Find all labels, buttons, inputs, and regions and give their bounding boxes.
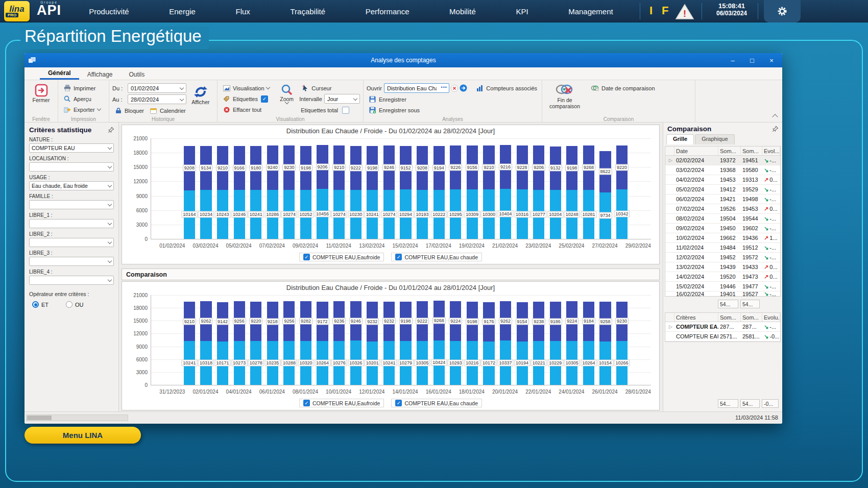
nav-item-kpi[interactable]: KPI	[516, 7, 528, 16]
afficher-button[interactable]: Afficher	[187, 84, 214, 116]
legend-checkbox[interactable]: ✓	[303, 254, 310, 260]
table-row[interactable]: 03/02/20241936819580↘-...	[665, 165, 780, 175]
pin-icon[interactable]	[773, 126, 778, 132]
criteria-select-libre_1[interactable]	[29, 219, 114, 228]
bar-label-froide: 10234	[198, 211, 214, 217]
nav-item-productivit[interactable]: Productivité	[89, 7, 129, 16]
legend-checkbox[interactable]: ✓	[395, 400, 402, 406]
etiquettes-toggle[interactable]: Etiquettes ✓	[221, 93, 274, 104]
table-row[interactable]: 12/02/20241945219572↘-...	[665, 253, 780, 262]
nav-item-energie[interactable]: Energie	[169, 7, 196, 16]
bar-label-chaude: 9156	[466, 164, 479, 171]
table-row[interactable]: 11/02/20241948419512↘-...	[665, 243, 780, 253]
ouvrir-clear-icon[interactable]	[451, 85, 458, 92]
criteria-select-nature[interactable]: COMPTEUR EAU	[29, 143, 114, 153]
table-row[interactable]: 13/02/20241943919433↗0...	[665, 262, 780, 272]
etiquettes-total-toggle[interactable]: Etiquettes total	[299, 105, 360, 115]
zoom-button[interactable]: Zoom	[276, 83, 297, 115]
ribbon-tab-général[interactable]: Général	[40, 67, 79, 80]
apercu-button[interactable]: Aperçu	[61, 93, 106, 104]
operator-radio-ou[interactable]: OU	[66, 301, 84, 308]
effacer-tout-button[interactable]: Effacer tout	[221, 104, 274, 115]
date-comparaison-button[interactable]: Date de comparaison	[589, 83, 657, 93]
table-row[interactable]: 15/02/20241944619477↘-...	[665, 282, 780, 291]
calendrier-button[interactable]: Calendrier	[148, 105, 187, 116]
table-row[interactable]: 16/02/20241940119527↘-...	[665, 291, 780, 296]
table-row[interactable]: 04/02/20241945319313↗0...	[665, 175, 780, 185]
exporter-button[interactable]: Exporter	[61, 104, 106, 115]
chart-plot[interactable]: 9208101649134102349210102439166102469180…	[151, 138, 651, 239]
criteria-select-localisation[interactable]	[29, 162, 114, 172]
curseur-button[interactable]: Curseur	[299, 83, 360, 93]
intervalle-select[interactable]: Jour	[324, 94, 360, 104]
date-au-select[interactable]: 28/02/2024	[128, 94, 186, 104]
nav-item-flux[interactable]: Flux	[236, 7, 250, 16]
indicator-i[interactable]: I	[649, 4, 653, 17]
criteria-select-libre_4[interactable]	[29, 276, 114, 285]
close-button[interactable]: ×	[762, 53, 781, 67]
etiquettes-checkbox[interactable]: ✓	[261, 95, 268, 103]
criteria-select-usage[interactable]: Eau chaude, Eau froide	[29, 181, 114, 190]
imprimer-button[interactable]: Imprimer	[61, 83, 106, 93]
ouvrir-select[interactable]: Distribution Eau Chau... •••	[384, 83, 449, 93]
table-row[interactable]: 05/02/20241941219529↘-...	[665, 185, 780, 194]
bar-label-chaude: 9240	[266, 164, 279, 171]
minimize-button[interactable]: –	[723, 53, 742, 67]
fin-comparaison-button[interactable]: Fin de comparaison	[545, 83, 584, 110]
comparison-tab-graphique[interactable]: Graphique	[695, 134, 734, 144]
settings-button[interactable]	[764, 0, 801, 22]
table-row[interactable]: 07/02/20241952619453↗0...	[665, 204, 780, 214]
warning-icon[interactable]: !	[675, 4, 695, 20]
legend-item[interactable]: ✓COMPTEUR EAU,Eaufroide	[299, 253, 384, 261]
legend-item[interactable]: ✓COMPTEUR EAU,Eau chaude	[391, 253, 482, 261]
nav-item-management[interactable]: Management	[568, 7, 613, 16]
nav-item-traabilit[interactable]: Traçabilité	[290, 7, 325, 16]
bloquer-button[interactable]: Bloquer	[112, 105, 146, 116]
fermer-button[interactable]: Fermer	[28, 83, 55, 104]
horizontal-scrollbar[interactable]	[26, 414, 128, 421]
etiquettes-total-checkbox[interactable]	[342, 107, 349, 114]
maximize-button[interactable]: □	[742, 53, 762, 67]
menu-lina-button[interactable]: Menu LINA	[25, 427, 141, 444]
ribbon-tab-outils[interactable]: Outils	[121, 69, 153, 80]
scrollbar-thumb[interactable]	[27, 416, 52, 420]
bar-label-chaude: 9220	[249, 318, 262, 325]
table-row[interactable]: COMPTEUR EAU...2571...2581...↘-0...	[665, 332, 780, 341]
visualisation-button[interactable]: Visualisation	[221, 83, 274, 93]
legend-item[interactable]: ✓COMPTEUR EAU,Eaufroide	[299, 399, 384, 407]
window-titlebar[interactable]: Analyse des comptages – □ ×	[25, 53, 782, 67]
groupe-api-logo[interactable]: Groupe API	[34, 1, 64, 22]
ouvrir-more-icon[interactable]: •••	[441, 85, 447, 90]
criteria-select-famille[interactable]	[29, 200, 114, 209]
table-row[interactable]: 14/02/20241952019473↗0...	[665, 272, 780, 282]
lina-pro-logo[interactable]: lina PRO	[4, 1, 30, 21]
bar-label-froide: 10277	[531, 211, 547, 217]
criteria-select-libre_2[interactable]	[29, 238, 114, 247]
table-row[interactable]: 06/02/20241942119498↘-...	[665, 194, 780, 204]
compteurs-associes-button[interactable]: Compteurs associés	[474, 83, 539, 93]
nav-item-mobilit[interactable]: Mobilité	[449, 7, 476, 16]
criteria-select-libre_3[interactable]	[29, 257, 114, 266]
nav-item-performance[interactable]: Performance	[366, 7, 409, 16]
table-row[interactable]: 09/02/20241945019602↘-...	[665, 224, 780, 233]
table-row[interactable]: 08/02/20241950419544↘-...	[665, 214, 780, 224]
table-row[interactable]: 10/02/20241966219436↗1...	[665, 233, 780, 243]
ribbon-collapse-icon[interactable]	[772, 114, 778, 119]
comparison-tab-grille[interactable]: Grille	[666, 134, 694, 144]
table-row[interactable]: ▷COMPTEUR EA...287...287...↘-...	[665, 322, 780, 332]
ouvrir-go-icon[interactable]	[460, 84, 467, 92]
indicator-f[interactable]: F	[662, 4, 668, 17]
legend-item[interactable]: ✓COMPTEUR EAU,Eau chaude	[391, 399, 482, 407]
chart-plot[interactable]: 9210102419262103189142101719256102739220…	[151, 295, 651, 385]
operator-radio-et[interactable]: ET	[32, 301, 49, 308]
enregistrer-button[interactable]: Enregistrer	[367, 94, 470, 105]
pin-icon[interactable]	[108, 127, 114, 133]
legend-checkbox[interactable]: ✓	[395, 254, 402, 260]
enregistrer-sous-button[interactable]: Enregistrer sous	[367, 105, 470, 115]
app-root: lina PRO Groupe API ProductivitéEnergieF…	[0, 0, 868, 488]
date-du-select[interactable]: 01/02/2024	[128, 83, 186, 93]
table-row[interactable]: ▷02/02/20241937219451↘-...	[665, 156, 780, 165]
end-comparison-icon	[555, 84, 574, 97]
ribbon-tab-affichage[interactable]: Affichage	[79, 69, 121, 80]
legend-checkbox[interactable]: ✓	[303, 400, 310, 406]
